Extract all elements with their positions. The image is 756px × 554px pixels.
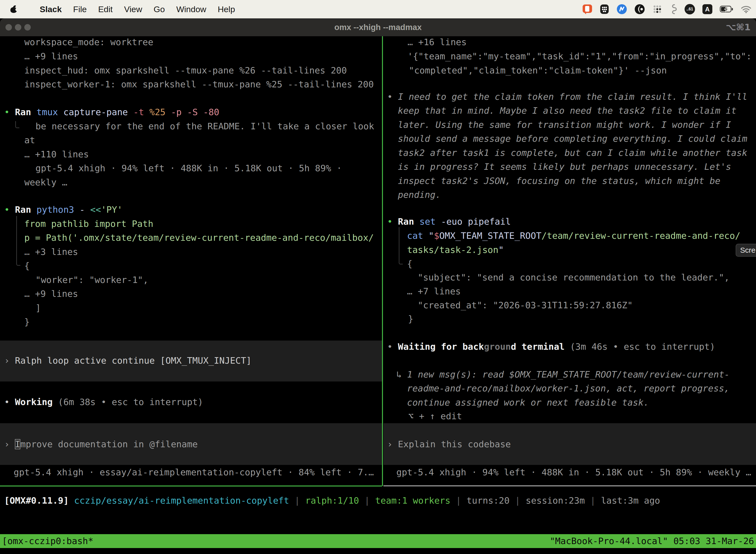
blue-zigzag-icon[interactable] [617, 4, 627, 14]
output-corner-guide [15, 121, 19, 128]
dots-grid-icon[interactable] [652, 4, 662, 14]
chat-app-icon[interactable] [582, 4, 592, 14]
battery-icon[interactable] [720, 6, 733, 13]
window-title: omx --xhigh --madmax [0, 18, 756, 36]
window-shortcut-badge: ⌥⌘1 [726, 18, 751, 36]
python-block-guide [16, 216, 20, 266]
wifi-icon[interactable] [741, 5, 752, 13]
pane-bottom-border-active [0, 486, 382, 487]
screen: SlackFileEditViewGoWindowHelp ..61 A [0, 0, 756, 554]
window-title-bar[interactable]: omx --xhigh --madmax ⌥⌘1 [0, 18, 756, 36]
ralph-loop-banner [0, 340, 382, 382]
menu-item-view[interactable]: View [124, 4, 142, 14]
menu-status-icons: ..61 A [582, 3, 756, 15]
prompt-input-left[interactable] [0, 423, 382, 465]
tmux-host-clock: "MacBook-Pro-44.local" 05:03 31-Mar-26 [550, 534, 754, 548]
macos-menu-bar: SlackFileEditViewGoWindowHelp ..61 A [0, 0, 756, 18]
tmux-session-label: [omx-cczip0:bash* [2, 534, 93, 548]
cat-block-guide [399, 227, 403, 264]
menu-item-slack[interactable]: Slack [40, 4, 62, 14]
menu-item-window[interactable]: Window [176, 4, 206, 14]
counter-badge-icon[interactable]: ..61 [685, 4, 695, 14]
terminal-window: omx --xhigh --madmax ⌥⌘1 [0, 18, 756, 554]
apple-menu-icon[interactable] [10, 5, 17, 13]
grid-shield-icon[interactable] [600, 4, 609, 14]
menu-item-file[interactable]: File [73, 4, 87, 14]
a-badge-icon[interactable]: A [702, 4, 712, 14]
screen-tooltip: Scre [736, 244, 756, 257]
menu-items: SlackFileEditViewGoWindowHelp [0, 4, 235, 14]
prompt-input-right[interactable] [383, 423, 756, 465]
menu-item-help[interactable]: Help [218, 4, 235, 14]
squiggle-icon[interactable] [670, 3, 677, 15]
menu-item-edit[interactable]: Edit [98, 4, 113, 14]
tmux-status-bar: [omx-cczip0:bash* "MacBook-Pro-44.local"… [0, 534, 756, 548]
tmux-pane-divider[interactable] [382, 36, 383, 486]
pane-bottom-border-inactive [383, 486, 756, 486]
menu-item-go[interactable]: Go [153, 4, 165, 14]
crescent-circle-icon[interactable] [634, 4, 645, 14]
